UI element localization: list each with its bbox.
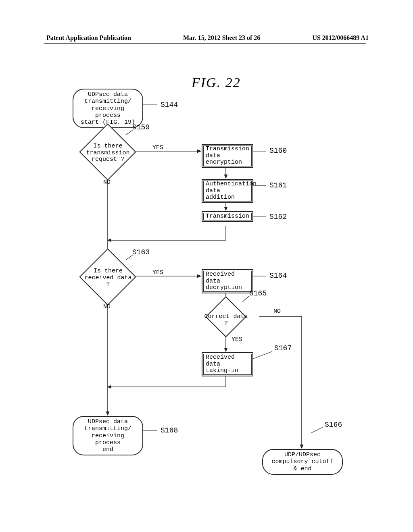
process-rxtake-text: Received data taking-in	[206, 354, 249, 374]
label-s164: S164	[269, 272, 287, 280]
page-header: Patent Application Publication Mar. 15, …	[0, 34, 413, 42]
label-yes-3: YES	[232, 336, 242, 343]
label-s166: S166	[325, 421, 342, 429]
svg-line-21	[311, 427, 323, 433]
label-yes-2: YES	[152, 269, 163, 276]
terminal-start-text: UDPsec data transmitting/ receiving proc…	[77, 91, 138, 126]
svg-line-18	[242, 296, 249, 302]
process-tx-text: Transmission	[206, 213, 249, 220]
figure-title: FIG. 22	[192, 75, 241, 90]
process-rx-decrypt: Received data decryption	[202, 269, 253, 293]
label-no-1: NO	[103, 179, 111, 186]
label-s167: S167	[274, 344, 292, 352]
process-rxdec-text: Received data decryption	[206, 271, 249, 291]
process-auth-add: Authentication data addition	[202, 179, 253, 203]
process-tx-encrypt: Transmission data encryption	[202, 144, 253, 168]
label-yes-1: YES	[152, 144, 163, 151]
label-s165: S165	[249, 289, 267, 297]
label-s161: S161	[269, 181, 287, 189]
process-tx-enc-text: Transmission data encryption	[206, 146, 249, 166]
terminal-cutoff: UDP/UDPsec compulsory cutoff & end	[262, 449, 343, 475]
process-auth-text: Authentication data addition	[206, 181, 249, 201]
label-s162: S162	[269, 213, 287, 221]
label-s160: S160	[269, 147, 287, 155]
label-s168: S168	[161, 426, 178, 434]
header-center: Mar. 15, 2012 Sheet 23 of 26	[183, 34, 260, 42]
label-s144: S144	[161, 101, 178, 109]
header-right: US 2012/0066489 A1	[312, 34, 369, 42]
label-s163: S163	[132, 248, 150, 256]
terminal-end-text: UDPsec data transmitting/ receiving proc…	[77, 418, 138, 453]
svg-line-19	[253, 351, 272, 359]
label-no-2: NO	[103, 303, 111, 310]
terminal-end: UDPsec data transmitting/ receiving proc…	[73, 416, 143, 455]
process-transmission: Transmission	[202, 211, 253, 222]
terminal-start: UDPsec data transmitting/ receiving proc…	[73, 89, 143, 128]
header-divider	[44, 43, 366, 44]
terminal-cutoff-text: UDP/UDPsec compulsory cutoff & end	[267, 451, 338, 472]
header-left: Patent Application Publication	[46, 34, 131, 42]
label-no-3: NO	[273, 308, 281, 315]
process-rx-takein: Received data taking-in	[202, 352, 253, 376]
flowchart: UDPsec data transmitting/ receiving proc…	[48, 89, 363, 492]
label-s159: S159	[132, 123, 150, 131]
